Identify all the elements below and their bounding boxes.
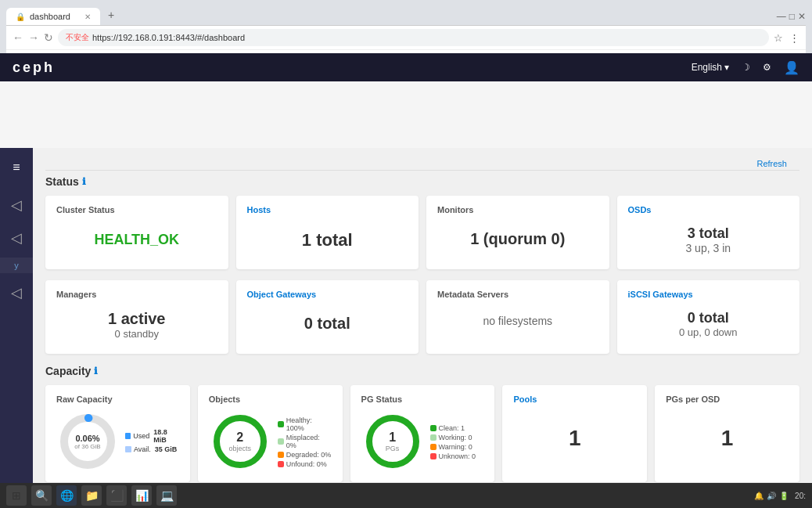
pools-card: Pools 1 — [502, 385, 647, 482]
taskbar-terminal[interactable]: ⬛ — [106, 485, 127, 506]
status-info-icon[interactable]: ℹ — [82, 176, 86, 187]
sidebar-nav-3[interactable]: ◁ — [6, 279, 27, 306]
objects-unfound: Unfound: 0% — [278, 460, 332, 468]
metadata-servers-title: Metadata Servers — [437, 290, 598, 299]
refresh-bar: Refresh — [45, 157, 799, 171]
osds-line1: 3 total — [628, 225, 789, 242]
taskbar-chrome[interactable]: 🌐 — [56, 485, 77, 506]
battery-icon[interactable]: 🔋 — [779, 492, 789, 500]
volume-icon[interactable]: 🔊 — [767, 492, 776, 500]
sidebar-item-dashboard[interactable]: y — [0, 258, 33, 273]
settings-icon[interactable]: ⚙ — [763, 62, 771, 73]
active-tab[interactable]: 🔒 dashboard ✕ — [6, 8, 100, 25]
sidebar-nav-2[interactable]: ◁ — [6, 225, 27, 251]
pools-title: Pools — [513, 395, 636, 404]
raw-cap-avail-item: Avail. 35 GiB — [125, 445, 179, 453]
working-dot — [430, 434, 437, 441]
monitors-card: Monitors 1 (quorum 0) — [426, 196, 609, 269]
osds-values: 3 total 3 up, 3 in — [628, 221, 789, 259]
pg-value: 1 — [386, 431, 400, 445]
object-gateways-card: Object Gateways 0 total — [236, 280, 419, 354]
pg-working: Working: 0 — [430, 434, 476, 441]
iscsi-gateways-card: iSCSI Gateways 0 total 0 up, 0 down — [617, 280, 800, 354]
forward-button[interactable]: → — [28, 31, 39, 44]
taskbar-right: 🔔 🔊 🔋 20: — [754, 492, 806, 500]
raw-capacity-label: 0.06% of 36 GiB — [74, 434, 100, 450]
pgs-per-osd-card: PGs per OSD 1 — [655, 385, 799, 482]
pg-status-title: PG Status — [361, 395, 484, 404]
monitors-value: 1 (quorum 0) — [437, 221, 598, 258]
managers-values: 1 active 0 standby — [56, 305, 217, 344]
taskbar-apps[interactable]: 📊 — [131, 485, 152, 506]
refresh-button[interactable]: Refresh — [756, 159, 787, 168]
app-body: ≡ ◁ ◁ y ◁ Refresh Status ℹ Cluster Statu… — [0, 148, 812, 508]
pg-label: 1 PGs — [386, 431, 400, 452]
object-gateways-value: 0 total — [247, 305, 408, 342]
objects-unit: objects — [229, 445, 252, 452]
raw-cap-used-val: 18.8 MiB — [153, 428, 179, 444]
capacity-label: Capacity — [45, 365, 91, 377]
capacity-cards: Raw Capacity 0.06% of 36 GiB — [45, 385, 799, 482]
url-bar[interactable]: 不安全 https://192.168.0.191:8443/#/dashboa… — [58, 29, 769, 46]
objects-donut: 2 objects — [209, 410, 271, 473]
objects-legend: Healthy: 100% Misplaced: 0% Degraded: 0% — [278, 416, 332, 470]
objects-value: 2 — [229, 431, 252, 445]
back-button[interactable]: ← — [13, 31, 23, 44]
language-label: English — [692, 62, 722, 73]
taskbar-files[interactable]: 📁 — [81, 485, 102, 506]
sidebar-toggle[interactable]: ≡ — [8, 156, 24, 179]
close-window-button[interactable]: ✕ — [798, 11, 806, 22]
raw-cap-avail-dot — [125, 446, 131, 452]
taskbar-cortana[interactable]: 🔍 — [31, 485, 52, 506]
chevron-down-icon: ▾ — [724, 62, 729, 73]
network-icon[interactable]: 🔔 — [754, 492, 763, 500]
language-selector[interactable]: English ▾ — [692, 62, 729, 73]
unknown-label: Unknown: 0 — [439, 452, 476, 460]
pg-status-card: PG Status 1 PGs Clean — [350, 385, 495, 482]
hosts-title: Hosts — [247, 205, 408, 214]
star-icon[interactable]: ☆ — [774, 32, 783, 44]
tab-close-button[interactable]: ✕ — [84, 13, 91, 21]
cluster-health-value: HEALTH_OK — [56, 221, 217, 259]
status-row-1: Cluster Status HEALTH_OK Hosts 1 total M… — [45, 196, 799, 269]
taskbar-more[interactable]: 💻 — [156, 485, 177, 506]
cluster-status-title: Cluster Status — [56, 205, 217, 214]
browser-tabs: 🔒 dashboard ✕ + — □ ✕ — [6, 5, 806, 25]
objects-card: Objects 2 objects Hea — [198, 385, 343, 482]
raw-capacity-legend: Used 18.8 MiB Avail. 35 GiB — [125, 428, 179, 455]
browser-address-bar: ← → ↻ 不安全 https://192.168.0.191:8443/#/d… — [6, 25, 806, 49]
menu-icon[interactable]: ⋮ — [789, 32, 799, 44]
pg-unit: PGs — [386, 445, 400, 452]
osds-line2: 3 up, 3 in — [628, 242, 789, 254]
maximize-button[interactable]: □ — [789, 11, 795, 22]
monitors-title: Monitors — [437, 205, 598, 214]
managers-active: 1 active — [56, 310, 217, 328]
objects-misplaced: Misplaced: 0% — [278, 434, 332, 449]
raw-cap-used-item: Used 18.8 MiB — [125, 428, 179, 444]
capacity-info-icon[interactable]: ℹ — [94, 366, 98, 376]
working-label: Working: 0 — [439, 434, 472, 441]
raw-capacity-card: Raw Capacity 0.06% of 36 GiB — [45, 385, 190, 482]
new-tab-button[interactable]: + — [102, 5, 120, 25]
url-text: https://192.168.0.191:8443/#/dashboard — [92, 33, 245, 42]
objects-healthy: Healthy: 100% — [278, 416, 332, 432]
taskbar-icons: 🔔 🔊 🔋 — [754, 492, 789, 500]
taskbar-start[interactable]: ⊞ — [6, 485, 27, 506]
iscsi-values: 0 total 0 up, 0 down — [628, 305, 789, 343]
theme-icon[interactable]: ☽ — [742, 62, 750, 73]
minimize-button[interactable]: — — [777, 11, 786, 22]
top-nav-right: English ▾ ☽ ⚙ 👤 — [692, 60, 799, 75]
objects-label: 2 objects — [229, 431, 252, 452]
pg-donut: 1 PGs — [361, 410, 424, 473]
iscsi-gateways-title: iSCSI Gateways — [628, 290, 789, 299]
user-icon[interactable]: 👤 — [784, 60, 799, 75]
raw-cap-avail-label: Avail. — [134, 445, 151, 453]
raw-cap-used-dot — [125, 433, 131, 439]
reload-button[interactable]: ↻ — [44, 31, 53, 44]
sidebar-nav-1[interactable]: ◁ — [6, 192, 27, 218]
status-row-2: Managers 1 active 0 standby Object Gatew… — [45, 280, 799, 354]
pg-status-body: 1 PGs Clean: 1 Working: 0 — [361, 410, 484, 473]
managers-standby: 0 standby — [56, 328, 217, 340]
unfound-label: Unfound: 0% — [286, 460, 327, 468]
pg-warning: Warning: 0 — [430, 443, 476, 451]
